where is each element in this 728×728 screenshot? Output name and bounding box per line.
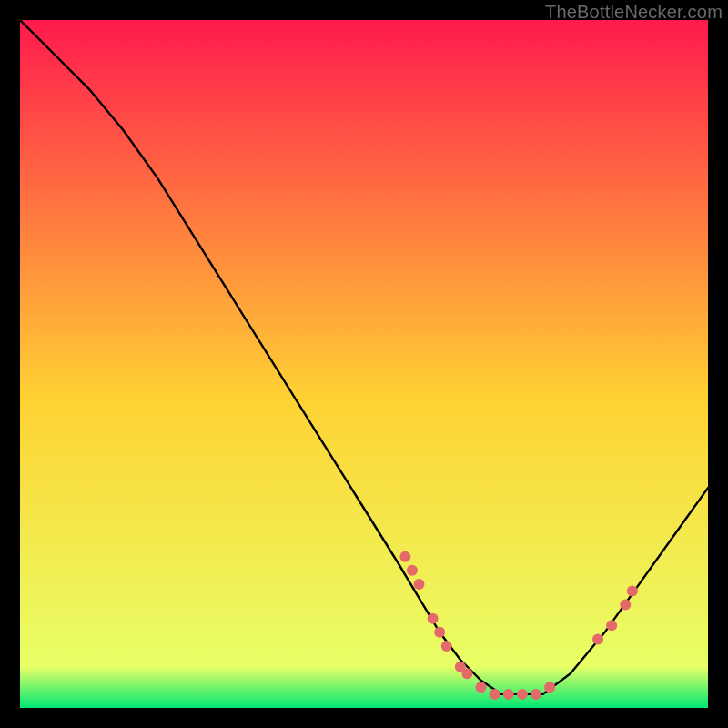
marker-left-cluster-b [413,579,424,590]
marker-right-b [606,620,617,631]
marker-left-cluster-c [428,613,439,624]
gradient-background [20,20,708,708]
marker-bottom-g [531,689,541,700]
marker-right-a [592,633,603,644]
marker-bottom-h [544,682,555,693]
bottleneck-chart [20,20,708,708]
marker-bottom-b [461,668,472,679]
marker-left-cluster-top [399,551,410,562]
watermark-label: TheBottleNecker.com [545,2,723,23]
marker-left-cluster-e [441,641,452,652]
marker-right-c [620,600,631,611]
marker-bottom-d [490,689,500,700]
marker-bottom-c [476,682,487,693]
marker-right-d [627,585,638,596]
marker-bottom-e [503,689,514,700]
chart-frame: TheBottleNecker.com [0,0,728,728]
marker-left-cluster-a [407,565,418,576]
plot-area [20,20,708,708]
marker-left-cluster-d [434,627,445,638]
marker-bottom-f [517,689,528,700]
